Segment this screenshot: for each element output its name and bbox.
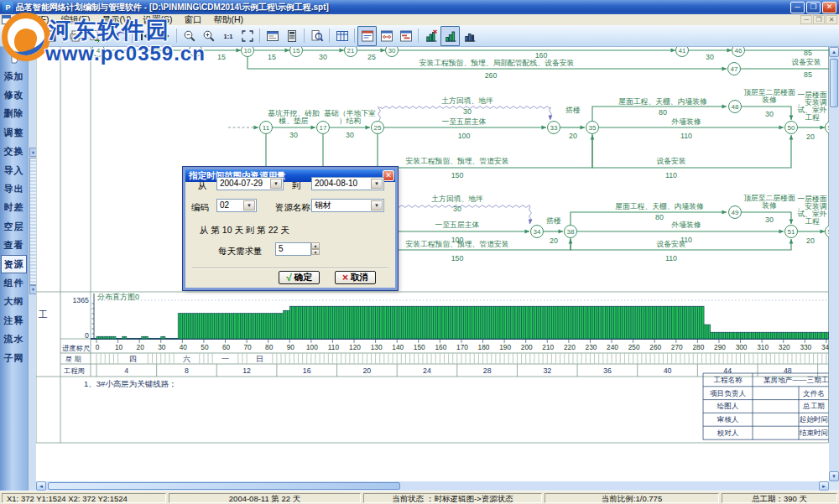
toolbar-save-button[interactable] — [40, 26, 60, 46]
menu-item-4[interactable]: 窗口 — [178, 14, 207, 25]
toolbar-logic-view-button[interactable] — [377, 26, 396, 46]
sidebar-tool-15[interactable]: 子网 — [0, 349, 28, 367]
toolbar-resource-curve-button[interactable] — [460, 26, 479, 46]
toolbar-zoom-in-button[interactable] — [199, 26, 218, 46]
spin-down-icon[interactable]: ▼ — [311, 249, 320, 256]
sidebar-tool-12[interactable]: 大纲 — [0, 293, 28, 311]
toolbar-undo-button[interactable] — [110, 26, 129, 46]
mdi-restore-icon[interactable]: ❐ — [813, 15, 825, 24]
scroll-up-icon[interactable]: ▲ — [829, 47, 839, 57]
chevron-down-icon[interactable]: ▼ — [371, 200, 383, 210]
scroll-down-icon[interactable]: ▼ — [829, 471, 839, 481]
mdi-minimize-icon[interactable]: ─ — [800, 15, 812, 24]
sidebar-tool-3[interactable]: 调整 — [0, 123, 28, 142]
daily-demand-label: 每天需求量 — [218, 246, 263, 257]
chevron-down-icon[interactable]: ▼ — [270, 179, 282, 189]
panel-icon — [266, 29, 279, 43]
sidebar-tool-11[interactable]: 组件 — [0, 273, 28, 292]
toolbar-go-first-button[interactable] — [135, 26, 154, 46]
scrollbar-thumb[interactable] — [830, 59, 838, 107]
sidebar-tool-0[interactable]: 添加 — [0, 67, 28, 86]
chart-x-icon — [425, 29, 438, 43]
title-bar: P 品茗智能网络计划编制与管理软件 - [D:\PINMING\CDM2014\… — [0, 0, 839, 14]
toolbar-step-buttons[interactable] — [154, 26, 174, 46]
zoom-in-icon — [202, 29, 216, 43]
vertical-scrollbar[interactable]: ▲ ▼ — [829, 47, 839, 481]
cancel-label: 取消 — [351, 272, 368, 283]
scroll-left-icon[interactable]: ◄ — [36, 481, 46, 491]
toolbar-fit-window-button[interactable] — [237, 26, 257, 46]
from-date-value: 2004-07-29 — [220, 179, 263, 188]
sidebar-tool-2[interactable]: 删除 — [0, 105, 28, 123]
resource-select[interactable]: 钢材 ▼ — [311, 199, 384, 212]
view-gantt-icon — [399, 29, 413, 43]
sidebar-tool-9[interactable]: 查看 — [0, 236, 28, 255]
sidebar-tool-5[interactable]: 导入 — [0, 161, 28, 179]
zoom-out-icon — [183, 29, 196, 43]
application-window: P 品茗智能网络计划编制与管理软件 - [D:\PINMING\CDM2014\… — [0, 0, 839, 504]
menu-item-5[interactable]: 帮助(H) — [207, 14, 249, 25]
canvas-vertical-scrollbar-left[interactable]: ▲ ▼ — [28, 47, 36, 491]
toolbar-separator — [329, 29, 330, 43]
toolbar-resource-histogram-button[interactable] — [440, 26, 460, 46]
toolbar-grid-view-button[interactable] — [332, 26, 352, 46]
app-logo-icon: P — [3, 2, 13, 13]
sidebar-tool-4[interactable]: 交换 — [0, 143, 28, 161]
menu-item-1[interactable]: 编辑(E) — [55, 14, 96, 25]
menu-item-3[interactable]: 设置(S) — [137, 14, 178, 25]
toolbar-gantt-view-button[interactable] — [396, 26, 415, 46]
toolbar-resource-x-button[interactable] — [421, 26, 440, 46]
minimize-button[interactable]: ─ — [790, 2, 805, 13]
toolbar-find-button[interactable] — [307, 26, 326, 46]
toolbar-actual-size-button[interactable]: 1:1 — [218, 26, 237, 46]
sidebar-tool-7[interactable]: 时差 — [0, 199, 28, 217]
toolbar-new-button[interactable] — [2, 26, 21, 46]
status-bar: X1: 372 Y1:1524 X2: 372 Y2:1524 2004-08-… — [0, 491, 839, 504]
daily-demand-input[interactable]: 5 — [275, 242, 311, 256]
restore-button[interactable]: ❐ — [806, 2, 821, 13]
scrollbar-corner — [829, 481, 839, 491]
grid-icon — [336, 29, 349, 43]
from-date-select[interactable]: 2004-07-29 ▼ — [216, 177, 284, 190]
ok-button[interactable]: √ 确定 — [279, 271, 320, 284]
pan-hand-icon[interactable] — [0, 47, 28, 67]
sidebar-tool-10[interactable]: 资源 — [1, 255, 27, 273]
sidebar-tool-13[interactable]: 注释 — [0, 311, 28, 330]
chevron-down-icon[interactable]: ▼ — [371, 179, 383, 189]
sidebar-tool-14[interactable]: 流水 — [0, 330, 28, 348]
plan-canvas[interactable] — [36, 47, 829, 491]
close-button[interactable]: ✕ — [822, 2, 836, 13]
mdi-close-icon[interactable]: ✕ — [826, 15, 837, 24]
chevron-down-icon[interactable]: ▼ — [243, 200, 255, 210]
toolbar-open-button[interactable] — [21, 26, 40, 46]
toolbar-properties-button[interactable] — [263, 26, 282, 46]
toolbar-print-button[interactable] — [65, 26, 85, 46]
divider — [192, 268, 388, 269]
sidebar-tool-6[interactable]: 导出 — [0, 179, 28, 198]
undo-icon — [113, 29, 127, 43]
export-icon — [88, 29, 102, 43]
resource-value: 钢材 — [315, 200, 331, 210]
sidebar-tool-1[interactable]: 修改 — [0, 86, 28, 104]
scroll-right-icon[interactable]: ► — [819, 481, 829, 491]
code-select[interactable]: 02 ▼ — [216, 199, 257, 212]
toolbar-calculator-button[interactable] — [282, 26, 301, 46]
toolbar-export-button[interactable] — [85, 26, 104, 46]
menu-item-0[interactable]: 文件(F) — [14, 14, 55, 25]
toolbar-zoom-out-button[interactable] — [180, 26, 199, 46]
sidebar-tool-8[interactable]: 空层 — [0, 217, 28, 236]
menu-item-2[interactable]: 显示(V) — [96, 14, 137, 25]
toolbar-timescale-view-button[interactable] — [357, 26, 377, 46]
toolbar-separator — [176, 29, 177, 43]
horizontal-scrollbar[interactable]: ◄ ► — [36, 481, 829, 491]
to-date-select[interactable]: 2004-08-10 ▼ — [311, 177, 384, 190]
svg-text:1:1: 1:1 — [223, 33, 232, 40]
main-toolbar: 1:1 — [0, 25, 839, 47]
quantity-stepper[interactable]: ▲ ▼ — [311, 242, 320, 256]
dialog-close-icon[interactable]: ✕ — [383, 170, 394, 181]
scrollbar-thumb[interactable] — [48, 482, 400, 490]
view-ts-icon — [361, 29, 374, 43]
cancel-button[interactable]: × 取消 — [335, 271, 376, 284]
toolbar-separator — [304, 29, 305, 43]
spin-up-icon[interactable]: ▲ — [311, 242, 320, 249]
